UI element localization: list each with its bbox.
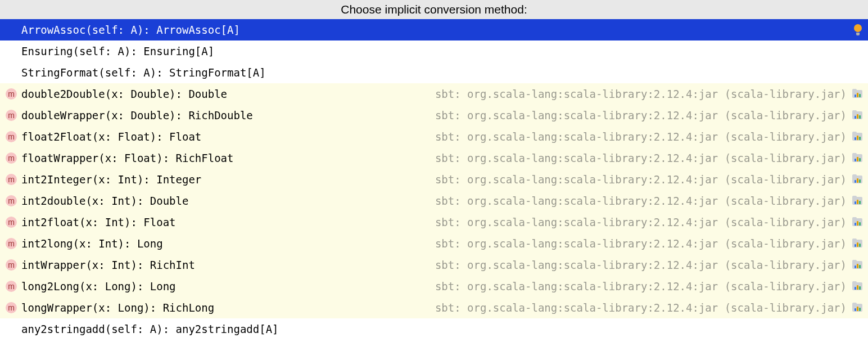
- row-icon-slot: m: [6, 238, 21, 249]
- suggestion-source: sbt: org.scala-lang:scala-library:2.12.4…: [435, 173, 847, 186]
- suggestion-signature: float2Float(x: Float): Float: [21, 130, 201, 143]
- row-icon-slot: m: [6, 217, 21, 228]
- suggestion-signature: ArrowAssoc(self: A): ArrowAssoc[A]: [21, 24, 240, 36]
- suggestion-row[interactable]: ArrowAssoc(self: A): ArrowAssoc[A]: [0, 19, 868, 40]
- suggestion-signature: long2Long(x: Long): Long: [21, 280, 176, 292]
- suggestion-signature: int2float(x: Int): Float: [21, 216, 176, 228]
- suggestion-row[interactable]: mfloatWrapper(x: Float): RichFloatsbt: o…: [0, 147, 868, 169]
- intention-bulb-slot: [846, 24, 862, 35]
- library-icon: [852, 132, 862, 141]
- row-icon-slot: m: [6, 152, 21, 164]
- suggestion-signature: int2double(x: Int): Double: [21, 195, 188, 207]
- suggestion-row[interactable]: mfloat2Float(x: Float): Floatsbt: org.sc…: [0, 126, 868, 147]
- suggestion-row[interactable]: mdouble2Double(x: Double): Doublesbt: or…: [0, 83, 868, 105]
- suggestion-row[interactable]: mdoubleWrapper(x: Double): RichDoublesbt…: [0, 105, 868, 126]
- library-icon: [852, 260, 862, 269]
- suggestion-source: sbt: org.scala-lang:scala-library:2.12.4…: [435, 152, 847, 164]
- library-icon: [852, 196, 862, 205]
- suggestion-source: sbt: org.scala-lang:scala-library:2.12.4…: [435, 195, 847, 207]
- method-icon: m: [6, 217, 17, 228]
- method-icon: m: [6, 195, 17, 206]
- suggestion-row[interactable]: mintWrapper(x: Int): RichIntsbt: org.sca…: [0, 254, 868, 276]
- suggestion-signature: double2Double(x: Double): Double: [21, 88, 227, 100]
- suggestion-row[interactable]: mlong2Long(x: Long): Longsbt: org.scala-…: [0, 276, 868, 297]
- library-icon: [852, 175, 862, 184]
- method-icon: m: [6, 131, 17, 142]
- suggestion-row[interactable]: Ensuring(self: A): Ensuring[A]: [0, 40, 868, 62]
- row-icon-slot: m: [6, 195, 21, 206]
- row-icon-slot: m: [6, 131, 21, 142]
- suggestion-signature: doubleWrapper(x: Double): RichDouble: [21, 109, 253, 122]
- library-icon: [852, 111, 862, 120]
- suggestion-source: sbt: org.scala-lang:scala-library:2.12.4…: [435, 130, 847, 143]
- suggestion-row[interactable]: mint2long(x: Int): Longsbt: org.scala-la…: [0, 233, 868, 254]
- lightbulb-icon[interactable]: [853, 24, 862, 35]
- row-icon-slot: m: [6, 302, 21, 313]
- row-icon-slot: m: [6, 88, 21, 100]
- library-icon: [852, 303, 862, 312]
- row-icon-slot: m: [6, 281, 21, 292]
- method-icon: m: [6, 174, 17, 185]
- suggestion-row[interactable]: any2stringadd(self: A): any2stringadd[A]: [0, 318, 868, 340]
- suggestion-source: sbt: org.scala-lang:scala-library:2.12.4…: [435, 302, 847, 314]
- library-icon: [852, 218, 862, 227]
- method-icon: m: [6, 302, 17, 313]
- method-icon: m: [6, 88, 17, 100]
- row-icon-slot: m: [6, 174, 21, 185]
- library-icon: [852, 154, 862, 163]
- suggestion-row[interactable]: mint2double(x: Int): Doublesbt: org.scal…: [0, 190, 868, 212]
- suggestion-source: sbt: org.scala-lang:scala-library:2.12.4…: [435, 88, 847, 100]
- suggestion-signature: int2Integer(x: Int): Integer: [21, 173, 201, 186]
- suggestion-source: sbt: org.scala-lang:scala-library:2.12.4…: [435, 216, 847, 228]
- suggestion-row[interactable]: StringFormat(self: A): StringFormat[A]: [0, 62, 868, 83]
- suggestion-signature: floatWrapper(x: Float): RichFloat: [21, 152, 234, 164]
- method-icon: m: [6, 259, 17, 271]
- suggestion-row[interactable]: mint2float(x: Int): Floatsbt: org.scala-…: [0, 212, 868, 233]
- suggestion-signature: intWrapper(x: Int): RichInt: [21, 259, 195, 271]
- popup-title: Choose implicit conversion method:: [341, 3, 527, 16]
- suggestion-row[interactable]: mint2Integer(x: Int): Integersbt: org.sc…: [0, 169, 868, 190]
- method-icon: m: [6, 238, 17, 249]
- popup-header: Choose implicit conversion method:: [0, 0, 868, 19]
- suggestion-signature: StringFormat(self: A): StringFormat[A]: [21, 66, 266, 79]
- suggestion-source: sbt: org.scala-lang:scala-library:2.12.4…: [435, 280, 847, 292]
- suggestion-row[interactable]: mlongWrapper(x: Long): RichLongsbt: org.…: [0, 297, 868, 318]
- method-icon: m: [6, 152, 17, 164]
- suggestion-source: sbt: org.scala-lang:scala-library:2.12.4…: [435, 237, 847, 250]
- method-icon: m: [6, 110, 17, 121]
- suggestion-signature: any2stringadd(self: A): any2stringadd[A]: [21, 323, 279, 335]
- suggestion-signature: int2long(x: Int): Long: [21, 237, 163, 250]
- suggestion-list: ArrowAssoc(self: A): ArrowAssoc[A]Ensuri…: [0, 19, 868, 340]
- library-icon: [852, 239, 862, 248]
- row-icon-slot: m: [6, 110, 21, 121]
- suggestion-signature: Ensuring(self: A): Ensuring[A]: [21, 45, 214, 57]
- suggestion-source: sbt: org.scala-lang:scala-library:2.12.4…: [435, 259, 847, 271]
- library-icon: [852, 282, 862, 291]
- method-icon: m: [6, 281, 17, 292]
- suggestion-source: sbt: org.scala-lang:scala-library:2.12.4…: [435, 109, 847, 122]
- library-icon: [852, 89, 862, 98]
- row-icon-slot: m: [6, 259, 21, 271]
- suggestion-signature: longWrapper(x: Long): RichLong: [21, 302, 214, 314]
